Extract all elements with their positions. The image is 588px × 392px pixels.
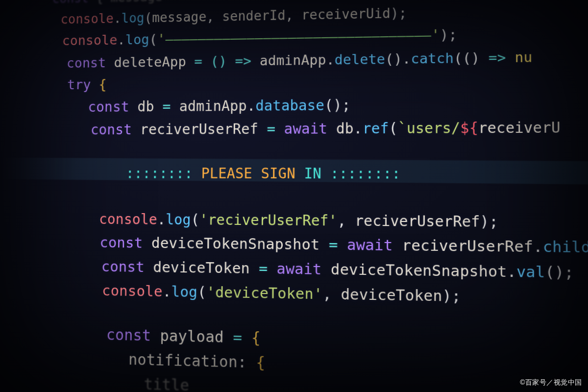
code-editor: const { message console.log(message, sen… xyxy=(0,0,588,392)
code-line: title xyxy=(144,373,189,392)
code-line: const db = adminApp.database(); xyxy=(88,94,350,118)
code-line: const deviceToken = await deviceTokenSna… xyxy=(101,255,574,284)
code-line: notification: { xyxy=(128,348,266,374)
code-line: try { xyxy=(67,74,107,96)
code-line: console.log('deviceToken', deviceToken); xyxy=(102,279,461,308)
code-line: const payload = { xyxy=(106,323,261,349)
code-line: const deviceTokenSnapshot = await recive… xyxy=(99,231,588,259)
code-line: const reciverUserRef = await db.ref(`use… xyxy=(91,117,561,141)
code-line: console.log('reciverUserRef', reciverUse… xyxy=(99,208,498,234)
code-line-banner: :::::::: PLEASE SIGN IN :::::::: xyxy=(126,163,401,185)
watermark: ©百家号／视觉中国 xyxy=(520,378,582,387)
